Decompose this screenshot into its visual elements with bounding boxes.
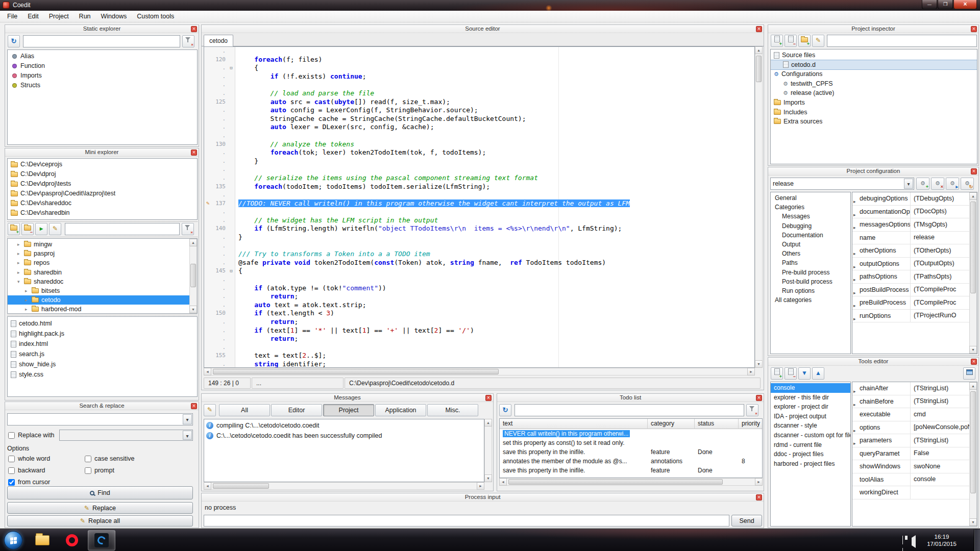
code-line[interactable]: 120 foreach(f; files) <box>204 56 754 64</box>
run-tool-button[interactable] <box>963 367 975 380</box>
refresh-button[interactable] <box>499 404 511 416</box>
favorite-folder-row[interactable]: C:\Dev\dproj\tests <box>8 179 197 189</box>
property-row[interactable]: queryParametFalse <box>852 447 977 461</box>
option-from-cursor[interactable]: from cursor <box>8 478 85 487</box>
checkbox[interactable] <box>85 456 91 462</box>
show-desktop-button[interactable] <box>974 529 980 551</box>
scroll-thumb[interactable] <box>756 56 762 82</box>
filter-button[interactable]: × <box>746 404 758 416</box>
property-row[interactable]: options▸[poNewConsole,poNew <box>852 421 977 435</box>
folder-tree-node[interactable]: ▸mingw <box>8 240 197 249</box>
code-line[interactable]: . return; <box>204 292 754 301</box>
filter-button[interactable]: × <box>182 223 194 235</box>
close-panel-icon[interactable] <box>756 26 762 32</box>
close-panel-icon[interactable] <box>971 359 977 365</box>
project-node[interactable]: Includes <box>771 108 977 117</box>
title-bar[interactable]: Coedit <box>0 0 980 11</box>
code-line[interactable]: . if (atok.type != (tok!"comment")) <box>204 284 754 293</box>
code-line[interactable]: . string identifier; <box>204 360 754 368</box>
minimize-button[interactable] <box>922 0 937 9</box>
property-row[interactable]: messagesOptions▸(TMsgOpts) <box>852 218 977 232</box>
scrollbar-vertical[interactable]: ▲ ▼ <box>484 419 492 482</box>
menu-item-project[interactable]: Project <box>44 12 74 21</box>
refresh-button[interactable] <box>8 35 20 47</box>
add-configuration-button[interactable]: ⚙+ <box>916 178 929 190</box>
tool-item[interactable]: IDA - project output <box>771 412 850 421</box>
scroll-down-icon[interactable]: ▼ <box>969 518 977 526</box>
property-row[interactable]: toolAliasconsole <box>852 473 977 487</box>
expander-icon[interactable]: ▸ <box>25 305 32 314</box>
move-up-button[interactable]: ▲ <box>812 367 824 380</box>
code-line[interactable]: . } <box>204 157 754 166</box>
menu-item-windows[interactable]: Windows <box>96 12 132 21</box>
expand-arrow-icon[interactable]: ▸ <box>853 287 856 296</box>
expand-arrow-icon[interactable]: ▸ <box>853 273 856 283</box>
code-line[interactable]: . <box>204 276 754 284</box>
scrollbar-horizontal[interactable]: ◄ ► <box>204 482 484 490</box>
dropdown-icon[interactable] <box>183 431 192 440</box>
coedit-taskbar-button[interactable] <box>88 530 115 550</box>
messages-filter-project[interactable]: Project <box>323 404 374 416</box>
option-case-sensitive[interactable]: case sensitive <box>85 454 194 463</box>
code-line[interactable]: . return; <box>204 335 754 343</box>
scroll-thumb[interactable] <box>970 391 976 493</box>
expand-arrow-icon[interactable]: ▸ <box>853 221 856 231</box>
favorite-folder-row[interactable]: C:\Dev\pasproj\Coedit\lazproj\test <box>8 189 197 198</box>
property-row[interactable]: preBuildProcess▸(TCompileProc <box>852 296 977 310</box>
code-line[interactable]: . // serialize the items using the pasca… <box>204 174 754 183</box>
expand-arrow-icon[interactable]: ▸ <box>853 299 856 309</box>
find-button[interactable]: Find <box>7 486 193 499</box>
scroll-down-icon[interactable]: ▼ <box>755 360 763 368</box>
file-row[interactable]: highlight.pack.js <box>8 329 197 339</box>
replace-all-button[interactable]: Replace all <box>7 515 193 527</box>
expand-arrow-icon[interactable]: ▸ <box>853 424 856 434</box>
config-category[interactable]: Paths <box>771 258 850 267</box>
scroll-thumb[interactable] <box>213 483 269 489</box>
opera-taskbar-button[interactable] <box>58 530 86 550</box>
file-row[interactable]: search.js <box>8 349 197 359</box>
scroll-up-icon[interactable]: ▲ <box>969 382 977 390</box>
code-line[interactable]: . <box>204 208 754 216</box>
folder-tree-node[interactable]: ▸harbored-mod <box>8 305 197 314</box>
code-line[interactable]: 135 foreach(todoItem; todoItems) todoIte… <box>204 183 754 191</box>
project-node[interactable]: ⚙Configurations <box>771 69 977 79</box>
property-row[interactable]: debugingOptions▸(TDebugOpts) <box>852 192 977 206</box>
config-category[interactable]: Output <box>771 240 850 249</box>
add-source-button[interactable]: + <box>771 35 783 47</box>
tool-item[interactable]: rdmd - current file <box>771 440 850 450</box>
menu-item-file[interactable]: File <box>2 12 22 21</box>
tool-item[interactable]: dscanner - custom opt for file <box>771 431 850 440</box>
todo-row[interactable]: annotates the member of the module as @s… <box>500 457 762 466</box>
folder-tree-node[interactable]: ▾shareddoc <box>8 277 197 286</box>
todo-row[interactable]: set this property as const() to set it r… <box>500 438 762 447</box>
scroll-up-icon[interactable]: ▲ <box>484 419 492 427</box>
scrollbar-vertical[interactable]: ▲ ▼ <box>969 192 977 354</box>
expand-arrow-icon[interactable]: ▸ <box>853 398 856 408</box>
checkbox[interactable] <box>8 432 15 439</box>
todo-column-text[interactable]: text <box>500 419 648 429</box>
tool-item[interactable]: dscanner - style <box>771 421 850 431</box>
todo-row[interactable]: save this property in the inifile.featur… <box>500 466 762 475</box>
add-tool-button[interactable]: + <box>771 367 783 380</box>
option-backward[interactable]: backward <box>8 466 85 475</box>
scroll-left-icon[interactable]: ◄ <box>204 482 211 490</box>
tool-item[interactable]: harbored - project files <box>771 459 850 469</box>
file-row[interactable]: style.css <box>8 369 197 380</box>
todo-column-priority[interactable]: priority <box>739 419 763 429</box>
expand-arrow-icon[interactable]: ▸ <box>853 313 856 322</box>
code-line[interactable]: . <box>204 81 754 89</box>
folder-tree-node[interactable]: ▸repos <box>8 258 197 267</box>
scroll-down-icon[interactable]: ▼ <box>189 306 197 313</box>
scroll-down-icon[interactable]: ▼ <box>969 346 977 354</box>
code-line[interactable]: .@safe private void token2TodoItem(const… <box>204 259 754 267</box>
taskbar-clock[interactable]: 16:19 17/01/2015 <box>919 533 965 547</box>
expander-icon[interactable]: ▸ <box>25 295 32 305</box>
messages-filter-editor[interactable]: Editor <box>271 404 322 416</box>
config-category[interactable]: Debugging <box>771 221 850 231</box>
code-line[interactable]: .} <box>204 233 754 242</box>
code-line[interactable]: 140 if (LfmString.length) writefln("obje… <box>204 224 754 233</box>
code-line[interactable]: . auto lexer = DLexer(src, config, &cach… <box>204 123 754 132</box>
scroll-up-icon[interactable]: ▲ <box>755 46 763 54</box>
code-line[interactable]: . // the widget has the LFM script in th… <box>204 216 754 225</box>
editor-scrollbar-vertical[interactable]: ▲ ▼ <box>755 46 763 368</box>
